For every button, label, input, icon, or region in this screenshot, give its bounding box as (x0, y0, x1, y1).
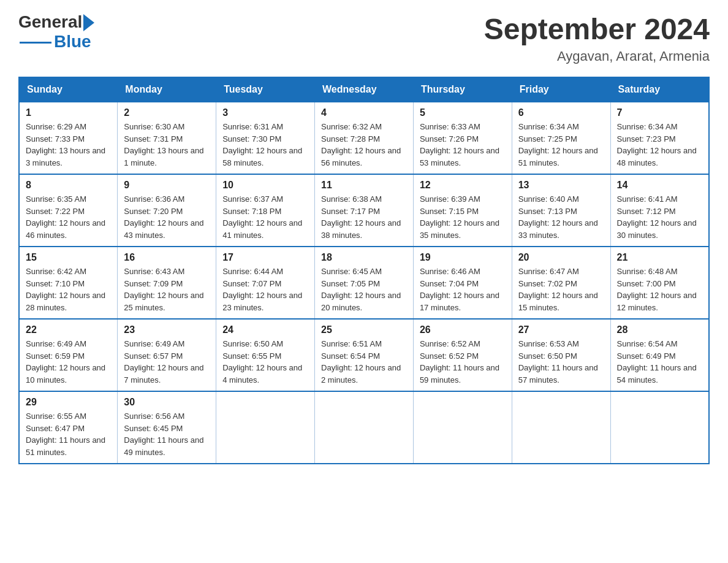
day-number: 2 (124, 107, 210, 118)
calendar-week-row: 1Sunrise: 6:29 AMSunset: 7:33 PMDaylight… (19, 102, 709, 174)
logo-line-decoration (20, 42, 51, 44)
day-info: Sunrise: 6:56 AMSunset: 6:45 PMDaylight:… (124, 410, 210, 458)
calendar-week-row: 15Sunrise: 6:42 AMSunset: 7:10 PMDayligh… (19, 247, 709, 319)
calendar-cell: 24Sunrise: 6:50 AMSunset: 6:55 PMDayligh… (216, 319, 315, 391)
day-number: 9 (124, 180, 210, 191)
calendar-cell: 13Sunrise: 6:40 AMSunset: 7:13 PMDayligh… (512, 174, 610, 247)
weekday-header-sunday: Sunday (19, 77, 118, 102)
calendar-cell: 18Sunrise: 6:45 AMSunset: 7:05 PMDayligh… (315, 247, 414, 319)
day-number: 27 (518, 324, 604, 335)
logo: General Blue (18, 12, 94, 52)
weekday-header-saturday: Saturday (610, 77, 709, 102)
day-number: 3 (222, 107, 308, 118)
day-number: 30 (124, 397, 210, 408)
day-number: 7 (617, 107, 702, 118)
calendar-cell: 16Sunrise: 6:43 AMSunset: 7:09 PMDayligh… (118, 247, 216, 319)
calendar-cell: 27Sunrise: 6:53 AMSunset: 6:50 PMDayligh… (512, 319, 610, 391)
day-number: 11 (321, 180, 407, 191)
day-number: 14 (617, 180, 702, 191)
calendar-cell: 2Sunrise: 6:30 AMSunset: 7:31 PMDaylight… (118, 102, 216, 174)
calendar-cell: 25Sunrise: 6:51 AMSunset: 6:54 PMDayligh… (315, 319, 414, 391)
day-number: 22 (26, 324, 111, 335)
weekday-header-friday: Friday (512, 77, 610, 102)
day-number: 20 (518, 252, 604, 263)
calendar-cell (512, 391, 610, 464)
calendar-cell (315, 391, 414, 464)
calendar-cell: 28Sunrise: 6:54 AMSunset: 6:49 PMDayligh… (610, 319, 709, 391)
calendar-cell: 19Sunrise: 6:46 AMSunset: 7:04 PMDayligh… (413, 247, 512, 319)
day-info: Sunrise: 6:39 AMSunset: 7:15 PMDaylight:… (420, 193, 506, 241)
day-number: 15 (26, 252, 111, 263)
calendar-cell: 17Sunrise: 6:44 AMSunset: 7:07 PMDayligh… (216, 247, 315, 319)
calendar-cell: 7Sunrise: 6:34 AMSunset: 7:23 PMDaylight… (610, 102, 709, 174)
day-info: Sunrise: 6:41 AMSunset: 7:12 PMDaylight:… (617, 193, 702, 241)
day-info: Sunrise: 6:37 AMSunset: 7:18 PMDaylight:… (222, 193, 308, 241)
day-number: 24 (222, 324, 308, 335)
calendar-table: SundayMondayTuesdayWednesdayThursdayFrid… (18, 77, 710, 464)
day-info: Sunrise: 6:54 AMSunset: 6:49 PMDaylight:… (617, 338, 702, 386)
calendar-cell: 11Sunrise: 6:38 AMSunset: 7:17 PMDayligh… (315, 174, 414, 247)
logo-blue-text: Blue (54, 32, 91, 52)
day-info: Sunrise: 6:40 AMSunset: 7:13 PMDaylight:… (518, 193, 604, 241)
day-info: Sunrise: 6:49 AMSunset: 6:57 PMDaylight:… (124, 338, 210, 386)
day-number: 19 (420, 252, 506, 263)
calendar-cell: 30Sunrise: 6:56 AMSunset: 6:45 PMDayligh… (118, 391, 216, 464)
day-info: Sunrise: 6:35 AMSunset: 7:22 PMDaylight:… (26, 193, 111, 241)
calendar-cell: 1Sunrise: 6:29 AMSunset: 7:33 PMDaylight… (19, 102, 118, 174)
day-info: Sunrise: 6:49 AMSunset: 6:59 PMDaylight:… (26, 338, 111, 386)
day-number: 12 (420, 180, 506, 191)
logo-general-text: General (18, 12, 82, 32)
calendar-cell: 9Sunrise: 6:36 AMSunset: 7:20 PMDaylight… (118, 174, 216, 247)
day-number: 1 (26, 107, 111, 118)
calendar-week-row: 29Sunrise: 6:55 AMSunset: 6:47 PMDayligh… (19, 391, 709, 464)
location-subtitle: Aygavan, Ararat, Armenia (484, 48, 710, 64)
day-number: 28 (617, 324, 702, 335)
title-area: September 2024 Aygavan, Ararat, Armenia (484, 12, 710, 64)
day-info: Sunrise: 6:29 AMSunset: 7:33 PMDaylight:… (26, 121, 111, 169)
calendar-cell: 23Sunrise: 6:49 AMSunset: 6:57 PMDayligh… (118, 319, 216, 391)
weekday-header-thursday: Thursday (413, 77, 512, 102)
calendar-cell: 8Sunrise: 6:35 AMSunset: 7:22 PMDaylight… (19, 174, 118, 247)
calendar-cell: 22Sunrise: 6:49 AMSunset: 6:59 PMDayligh… (19, 319, 118, 391)
day-number: 10 (222, 180, 308, 191)
month-year-title: September 2024 (484, 12, 710, 46)
day-number: 26 (420, 324, 506, 335)
weekday-header-row: SundayMondayTuesdayWednesdayThursdayFrid… (19, 77, 709, 102)
day-info: Sunrise: 6:48 AMSunset: 7:00 PMDaylight:… (617, 266, 702, 313)
calendar-cell (610, 391, 709, 464)
day-number: 21 (617, 252, 702, 263)
calendar-cell: 21Sunrise: 6:48 AMSunset: 7:00 PMDayligh… (610, 247, 709, 319)
day-info: Sunrise: 6:34 AMSunset: 7:23 PMDaylight:… (617, 121, 702, 169)
day-number: 8 (26, 180, 111, 191)
day-info: Sunrise: 6:31 AMSunset: 7:30 PMDaylight:… (222, 121, 308, 169)
calendar-cell: 6Sunrise: 6:34 AMSunset: 7:25 PMDaylight… (512, 102, 610, 174)
day-info: Sunrise: 6:36 AMSunset: 7:20 PMDaylight:… (124, 193, 210, 241)
day-number: 6 (518, 107, 604, 118)
day-info: Sunrise: 6:34 AMSunset: 7:25 PMDaylight:… (518, 121, 604, 169)
day-number: 23 (124, 324, 210, 335)
calendar-week-row: 22Sunrise: 6:49 AMSunset: 6:59 PMDayligh… (19, 319, 709, 391)
weekday-header-monday: Monday (118, 77, 216, 102)
day-info: Sunrise: 6:42 AMSunset: 7:10 PMDaylight:… (26, 266, 111, 313)
calendar-cell: 3Sunrise: 6:31 AMSunset: 7:30 PMDaylight… (216, 102, 315, 174)
calendar-cell (413, 391, 512, 464)
day-number: 25 (321, 324, 407, 335)
day-info: Sunrise: 6:47 AMSunset: 7:02 PMDaylight:… (518, 266, 604, 313)
day-info: Sunrise: 6:30 AMSunset: 7:31 PMDaylight:… (124, 121, 210, 169)
day-info: Sunrise: 6:52 AMSunset: 6:52 PMDaylight:… (420, 338, 506, 386)
day-info: Sunrise: 6:44 AMSunset: 7:07 PMDaylight:… (222, 266, 308, 313)
day-info: Sunrise: 6:45 AMSunset: 7:05 PMDaylight:… (321, 266, 407, 313)
logo-triangle-icon (83, 14, 94, 31)
day-info: Sunrise: 6:38 AMSunset: 7:17 PMDaylight:… (321, 193, 407, 241)
calendar-cell: 12Sunrise: 6:39 AMSunset: 7:15 PMDayligh… (413, 174, 512, 247)
day-info: Sunrise: 6:50 AMSunset: 6:55 PMDaylight:… (222, 338, 308, 386)
day-info: Sunrise: 6:55 AMSunset: 6:47 PMDaylight:… (26, 410, 111, 458)
day-number: 18 (321, 252, 407, 263)
day-number: 16 (124, 252, 210, 263)
calendar-cell: 15Sunrise: 6:42 AMSunset: 7:10 PMDayligh… (19, 247, 118, 319)
day-info: Sunrise: 6:51 AMSunset: 6:54 PMDaylight:… (321, 338, 407, 386)
calendar-cell: 4Sunrise: 6:32 AMSunset: 7:28 PMDaylight… (315, 102, 414, 174)
weekday-header-tuesday: Tuesday (216, 77, 315, 102)
day-info: Sunrise: 6:33 AMSunset: 7:26 PMDaylight:… (420, 121, 506, 169)
day-number: 4 (321, 107, 407, 118)
